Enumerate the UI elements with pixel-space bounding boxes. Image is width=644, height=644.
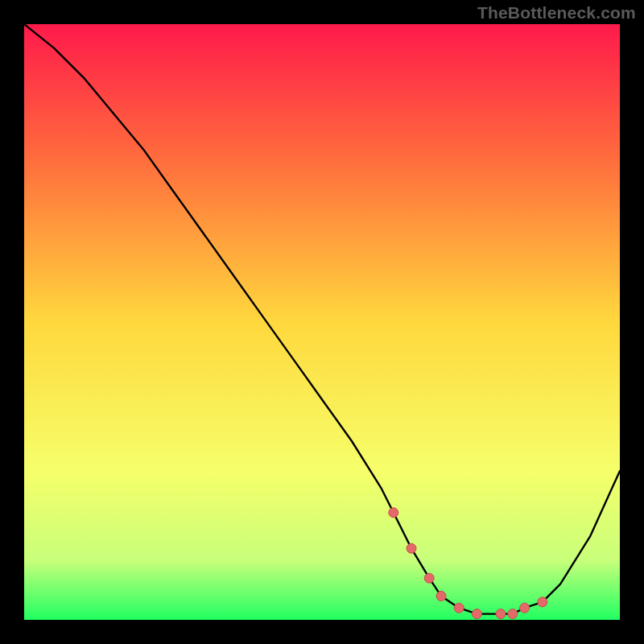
highlight-marker	[436, 591, 446, 601]
highlight-marker	[454, 603, 464, 613]
highlight-marker	[424, 573, 434, 583]
highlight-marker	[508, 609, 518, 619]
watermark-text: TheBottleneck.com	[477, 3, 636, 23]
highlight-marker	[407, 543, 416, 553]
bottleneck-chart	[24, 24, 620, 620]
highlight-marker	[538, 597, 547, 607]
highlight-marker	[520, 603, 530, 613]
highlight-marker	[496, 609, 506, 619]
chart-area	[24, 24, 620, 620]
highlight-marker	[389, 508, 398, 518]
stage: TheBottleneck.com	[0, 0, 644, 644]
highlight-marker	[472, 609, 481, 619]
